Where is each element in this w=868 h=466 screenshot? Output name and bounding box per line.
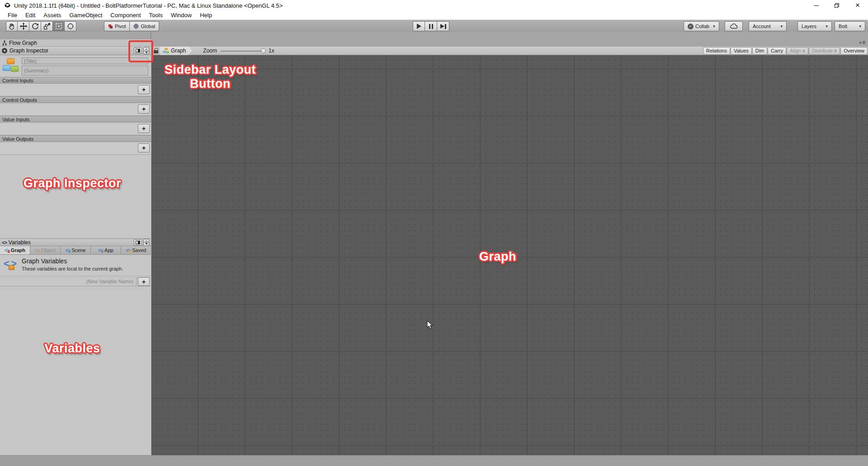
pause-button[interactable] [425,21,437,31]
restore-button[interactable] [826,0,847,11]
menu-window[interactable]: Window [167,11,196,19]
graph-variables-tab-icon: <> [5,248,9,253]
menu-bar: File Edit Assets GameObject Component To… [0,11,868,20]
align-updown-icon [802,49,805,52]
zoom-slider-knob[interactable] [261,48,266,53]
variables-reorder-spinner[interactable] [143,239,149,246]
saved-variables-tab-icon: <> [126,248,131,253]
values-button[interactable]: Values [731,47,752,55]
flow-graph-asset-icon [2,58,19,74]
step-icon [440,24,446,29]
graph-toolbar: Graph Zoom 1x Relations Values Dim Carry… [151,47,868,55]
variables-icon: <> [2,240,7,245]
menu-tools[interactable]: Tools [145,11,167,19]
graph-summary-input[interactable] [22,66,148,76]
relations-button[interactable]: Relations [703,47,730,55]
add-value-output-button[interactable]: + [138,143,150,152]
variables-spinner-down-icon[interactable] [143,242,149,246]
mouse-cursor [427,320,433,329]
layers-caret-icon: ▾ [826,24,828,29]
graph-variables-info: <> Graph Variables These variables are l… [0,255,151,276]
add-control-output-button[interactable]: + [138,105,150,114]
unity-logo-icon [4,2,11,9]
object-variables-tab-icon: <> [35,248,39,253]
pane-menu-caret-icon: ▾ [859,41,861,45]
cloud-button[interactable] [725,21,743,31]
dim-button[interactable]: Dim [752,47,768,55]
add-value-input-button[interactable]: + [138,124,150,133]
app-variables-tab-icon: <> [98,248,103,253]
graph-pane: ▾ ≡ Graph Zoom 1x Relations Values [151,32,868,455]
align-dropdown: Align [787,47,808,55]
tab-scene-variables[interactable]: <> Scene [61,246,91,254]
scene-variables-tab-icon: <> [66,248,70,253]
scale-tool-button[interactable] [41,21,53,31]
menu-help[interactable]: Help [196,11,216,19]
menu-component[interactable]: Component [106,11,145,19]
menu-assets[interactable]: Assets [39,11,65,19]
step-button[interactable] [437,21,449,31]
distribute-updown-icon [834,49,837,52]
zoom-slider-track [221,51,262,52]
add-control-input-button[interactable]: + [138,85,150,94]
variables-title: Variables [9,239,31,246]
new-variable-name-input[interactable] [0,277,137,285]
collab-dropdown[interactable]: ✓ Collab ▾ [684,21,719,31]
menu-gameobject[interactable]: GameObject [65,11,106,19]
pane-menu-lines-icon: ≡ [862,40,865,45]
unity-window: Unity 2018.1.1f1 (64bit) - Untitled - Bo… [0,0,868,466]
hand-tool-button[interactable] [6,21,18,31]
main-toolbar: Pivot Global ✓ Collab ▾ A [0,20,868,32]
layers-dropdown[interactable]: Layers ▾ [797,21,832,31]
variables-layout-icon [136,241,140,244]
carry-button[interactable]: Carry [768,47,786,55]
global-toggle-button[interactable]: Global [130,21,159,31]
layers-label: Layers [802,24,816,29]
lock-icon[interactable] [154,48,158,53]
tab-graph-variables[interactable]: <> Graph [0,246,30,254]
graph-variables-info-title: Graph Variables [22,257,67,265]
sidebar: Flow Graph Graph Inspector Control Input [0,32,151,455]
tab-saved-variables[interactable]: <> Saved [121,246,151,254]
variables-tabs: <> Graph <> Object <> Scene <> App <> [0,246,151,255]
move-tool-button[interactable] [18,21,29,31]
collab-caret-icon: ▾ [713,24,715,29]
add-variable-button[interactable]: + [138,277,150,286]
breadcrumb-label: Graph [171,48,186,54]
flow-graph-tab-label: Flow Graph [9,40,37,46]
rect-tool-icon [55,23,62,30]
rotate-icon [32,23,39,30]
pivot-toggle-button[interactable]: Pivot [104,21,130,31]
overview-button[interactable]: Overview [840,47,868,55]
layout-dropdown[interactable]: Bolt ▾ [835,21,865,31]
transform-tool-button[interactable] [65,21,76,31]
move-icon [20,23,27,30]
tab-app-variables[interactable]: <> App [91,246,121,254]
pane-menu-button[interactable]: ▾ ≡ [859,40,865,45]
account-caret-icon: ▾ [780,24,783,29]
global-icon [133,24,139,29]
breadcrumb-graph[interactable]: Graph [160,47,192,55]
annotation-graph: Graph [468,250,527,264]
global-label: Global [141,24,155,29]
layout-caret-icon: ▾ [859,24,861,29]
zoom-slider[interactable] [221,47,266,55]
menu-file[interactable]: File [4,11,21,19]
menu-edit[interactable]: Edit [21,11,39,19]
zoom-label: Zoom [203,48,217,54]
rect-tool-button[interactable] [53,21,65,31]
graph-inspector-icon [2,48,7,53]
minimize-button[interactable] [806,0,826,11]
account-dropdown[interactable]: Account ▾ [749,21,787,31]
value-inputs-row: + [0,123,151,135]
workspace: Flow Graph Graph Inspector Control Input [0,32,868,455]
close-button[interactable]: × [847,0,868,11]
variables-layout-button[interactable] [134,239,142,246]
restore-icon [835,3,839,8]
annotation-box-sidebar-layout [128,40,153,62]
rotate-tool-button[interactable] [29,21,41,31]
title-bar: Unity 2018.1.1f1 (64bit) - Untitled - Bo… [0,0,868,11]
new-variable-row: + [0,276,151,286]
variables-spinner-up-icon[interactable] [143,239,149,243]
play-button[interactable] [413,21,425,31]
